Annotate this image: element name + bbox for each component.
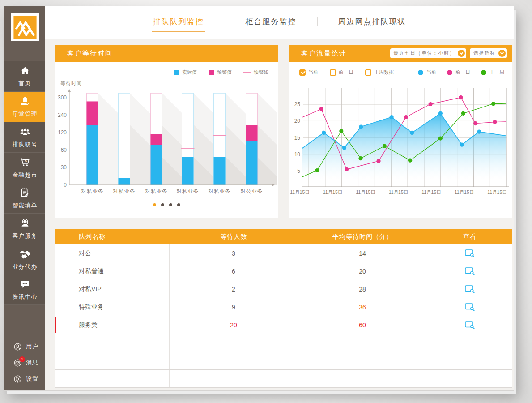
legend-item: 预警线 xyxy=(243,69,268,76)
agency-icon xyxy=(19,248,31,262)
sidebar-item-form[interactable]: 智能填单 xyxy=(4,183,45,214)
svg-text:11月15日: 11月15日 xyxy=(323,189,343,195)
tab-queue-monitor[interactable]: 排队队列监控 xyxy=(152,14,205,32)
sidebar-item-service[interactable]: 客户服务 xyxy=(4,214,45,244)
tab-nearby-status[interactable]: 周边网点排队现状 xyxy=(337,14,407,32)
waiting-count-cell: 9 xyxy=(170,298,298,316)
pagination-dot-3[interactable] xyxy=(169,203,172,206)
checkbox-3[interactable]: 上周数据 xyxy=(365,69,394,76)
svg-text:0: 0 xyxy=(64,182,67,188)
sidebar-item-label: 业务代办 xyxy=(13,263,38,271)
empty-cell xyxy=(170,370,298,387)
column-header: 等待人数 xyxy=(170,233,298,241)
message-badge: 1 xyxy=(19,356,25,362)
view-cell xyxy=(427,316,512,334)
bar-chart-legend: 实际值预警值预警线 xyxy=(174,69,268,76)
table-row: 服务类2060 xyxy=(55,316,512,334)
dropdown-range[interactable]: 最近七日（单位：小时） xyxy=(390,48,467,58)
svg-text:对私业务: 对私业务 xyxy=(145,189,168,194)
queue-name-cell: 服务类 xyxy=(55,316,170,334)
top-tab-bar: 排队队列监控柜台服务监控周边网点排队现状 xyxy=(45,6,514,39)
checkbox-box xyxy=(330,69,336,76)
view-details-button[interactable] xyxy=(465,303,475,311)
empty-cell xyxy=(55,370,170,387)
waiting-count-cell: 3 xyxy=(170,244,298,262)
market-icon: $ xyxy=(19,156,31,170)
hall-icon xyxy=(19,95,31,109)
checkbox-2[interactable]: 前一日 xyxy=(330,69,353,76)
pagination-dot-1[interactable] xyxy=(153,203,156,206)
empty-cell xyxy=(298,352,427,369)
column-header: 队列名称 xyxy=(55,233,170,241)
table-row-empty xyxy=(55,352,512,370)
flow-panel-title: 客户流量统计 xyxy=(301,49,347,58)
checkbox-1[interactable]: 当前 xyxy=(299,69,318,76)
checkbox-label: 当前 xyxy=(308,69,318,76)
empty-cell xyxy=(298,370,427,387)
mountains-logo xyxy=(11,13,39,41)
legend-label: 前一日 xyxy=(455,69,470,76)
sidebar-item-market[interactable]: $金融超市 xyxy=(4,153,45,183)
legend-item: 当前 xyxy=(418,69,436,76)
svg-text:15: 15 xyxy=(294,135,301,141)
empty-cell xyxy=(55,352,170,369)
sidebar-footer: 用户1消息设置 xyxy=(4,339,45,387)
empty-cell xyxy=(427,370,512,387)
table-row-empty xyxy=(55,334,512,352)
checkbox-box xyxy=(365,69,371,76)
view-details-button[interactable] xyxy=(465,249,475,257)
empty-cell xyxy=(55,334,170,352)
svg-text:对私业务: 对私业务 xyxy=(208,189,231,194)
user-icon xyxy=(13,343,22,351)
sidebar: 首页厅堂管理排队取号$金融超市智能填单客户服务业务代办资讯中心 用户1消息设置 xyxy=(4,6,45,390)
chevron-down-icon xyxy=(458,50,465,57)
sidebar-item-hall[interactable]: 厅堂管理 xyxy=(4,92,45,122)
message-icon: 1 xyxy=(13,359,22,367)
waiting-count-cell: 2 xyxy=(170,280,298,298)
pagination-dot-4[interactable] xyxy=(177,203,180,206)
checkbox-box xyxy=(299,69,306,76)
main-area: 客户等待时间 实际值预警值预警线 等待时间 03060120240300对私业务… xyxy=(45,39,514,390)
sidebar-item-queue[interactable]: 排队取号 xyxy=(4,122,45,153)
sidebar-footer-item-settings[interactable]: 设置 xyxy=(4,371,45,387)
table-row-empty xyxy=(55,370,512,388)
news-icon xyxy=(19,279,30,292)
pagination-dot-2[interactable] xyxy=(161,203,164,206)
sidebar-item-agency[interactable]: 业务代办 xyxy=(4,244,45,274)
avg-wait-cell: 28 xyxy=(298,280,427,298)
queue-table: 队列名称等待人数平均等待时间（分）查看对公314对私普通620对私VIP228特… xyxy=(55,229,512,388)
sidebar-footer-item-user[interactable]: 用户 xyxy=(4,339,45,355)
table-row: 对私普通620 xyxy=(55,262,512,280)
view-details-button[interactable] xyxy=(465,321,475,329)
avg-wait-cell: 20 xyxy=(298,262,427,280)
sidebar-item-label: 智能填单 xyxy=(13,202,38,210)
svg-text:11月15日: 11月15日 xyxy=(487,189,507,195)
svg-text:对私业务: 对私业务 xyxy=(176,189,199,194)
sidebar-item-label: 资讯中心 xyxy=(13,293,38,301)
flow-panel: 客户流量统计 最近七日（单位：小时）选择指标 当前前一日上周数据当前前一日上一周… xyxy=(289,45,512,218)
sidebar-footer-item-message[interactable]: 1消息 xyxy=(4,355,45,371)
tab-divider xyxy=(225,17,225,26)
flow-panel-header: 客户流量统计 最近七日（单位：小时）选择指标 xyxy=(289,45,512,62)
sidebar-item-label: 排队取号 xyxy=(13,141,38,149)
tab-counter-monitor[interactable]: 柜台服务监控 xyxy=(245,14,298,32)
view-cell xyxy=(427,298,512,316)
home-icon xyxy=(20,65,30,78)
sidebar-menu: 首页厅堂管理排队取号$金融超市智能填单客户服务业务代办资讯中心 xyxy=(4,61,45,305)
column-header: 平均等待时间（分） xyxy=(298,233,427,241)
avg-wait-cell: 36 xyxy=(298,298,427,316)
sidebar-item-label: 厅堂管理 xyxy=(13,110,38,118)
empty-cell xyxy=(170,334,298,352)
dropdown-metric[interactable]: 选择指标 xyxy=(470,48,507,58)
bar-chart-y-axis-title: 等待时间 xyxy=(60,80,82,87)
sidebar-item-home[interactable]: 首页 xyxy=(4,61,45,92)
empty-cell xyxy=(427,334,512,352)
customer-flow-line-chart: 51015202511月15日11月15日11月15日11月15日11月15日1… xyxy=(289,81,512,199)
view-details-button[interactable] xyxy=(465,285,475,293)
empty-cell xyxy=(427,352,512,369)
sidebar-item-label: 客户服务 xyxy=(13,232,38,240)
table-row: 特殊业务936 xyxy=(55,298,512,316)
empty-cell xyxy=(298,334,427,352)
view-details-button[interactable] xyxy=(465,267,475,275)
sidebar-item-news[interactable]: 资讯中心 xyxy=(4,274,45,305)
